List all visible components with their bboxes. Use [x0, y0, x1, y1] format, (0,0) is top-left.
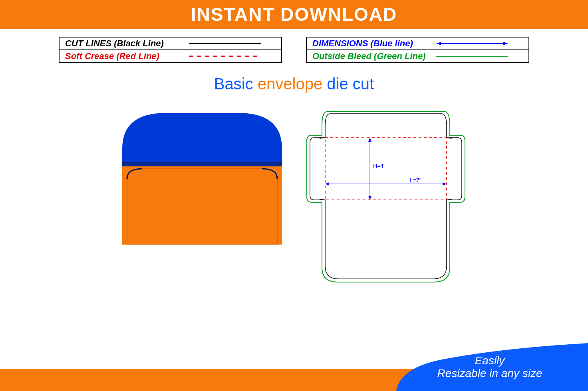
svg-marker-4 — [503, 42, 508, 45]
legend-cut-label: CUT LINES (Black Line) — [65, 38, 189, 49]
legend-bleed-label: Outside Bleed (Green Line) — [312, 51, 436, 61]
svg-marker-14 — [443, 182, 447, 186]
legend-dim-label: DIMENSIONS (Blue line) — [312, 38, 436, 49]
top-banner: INSTANT DOWNLOAD — [0, 0, 588, 29]
legend-box-right: DIMENSIONS (Blue line) Outside Bleed (Gr… — [306, 37, 529, 63]
legend-row-crease: Soft Crease (Red Line) — [60, 49, 281, 62]
crease-line-sample — [189, 52, 276, 60]
footer-line-2: Resizable in any size — [406, 367, 574, 380]
dimension-arrow-sample — [436, 39, 523, 47]
bleed-line-sample — [436, 52, 523, 60]
legend-row-cut: CUT LINES (Black Line) — [60, 38, 281, 49]
title-word-3: die cut — [327, 75, 374, 93]
length-dim-text: L=7" — [410, 177, 421, 184]
svg-marker-13 — [325, 182, 329, 186]
height-dim-text: H=4" — [373, 163, 385, 169]
envelope-mockup — [122, 109, 282, 286]
legend-row-dim: DIMENSIONS (Blue line) — [307, 38, 528, 49]
svg-marker-3 — [436, 42, 441, 45]
title-word-2: envelope — [258, 75, 322, 93]
resize-tag: Easily Resizable in any size — [396, 343, 588, 391]
legend-row-bleed: Outside Bleed (Green Line) — [307, 49, 528, 62]
cut-line-sample — [189, 39, 276, 47]
envelope-dieline: H=4" L=7" H=4" L=7" — [306, 109, 466, 286]
main-title: Basic envelope die cut — [0, 75, 588, 93]
legend-box-left: CUT LINES (Black Line) Soft Crease (Red … — [59, 37, 282, 63]
title-word-1: Basic — [214, 75, 253, 93]
banner-title: INSTANT DOWNLOAD — [191, 4, 397, 25]
legend-area: CUT LINES (Black Line) Soft Crease (Red … — [0, 37, 588, 63]
svg-marker-11 — [368, 196, 371, 200]
illustration-stage: H=4" L=7" H=4" L=7" — [0, 109, 588, 286]
footer-line-1: Easily — [406, 354, 574, 367]
legend-crease-label: Soft Crease (Red Line) — [65, 51, 189, 61]
svg-rect-8 — [325, 138, 447, 200]
svg-rect-7 — [122, 162, 282, 166]
svg-marker-10 — [368, 138, 371, 142]
